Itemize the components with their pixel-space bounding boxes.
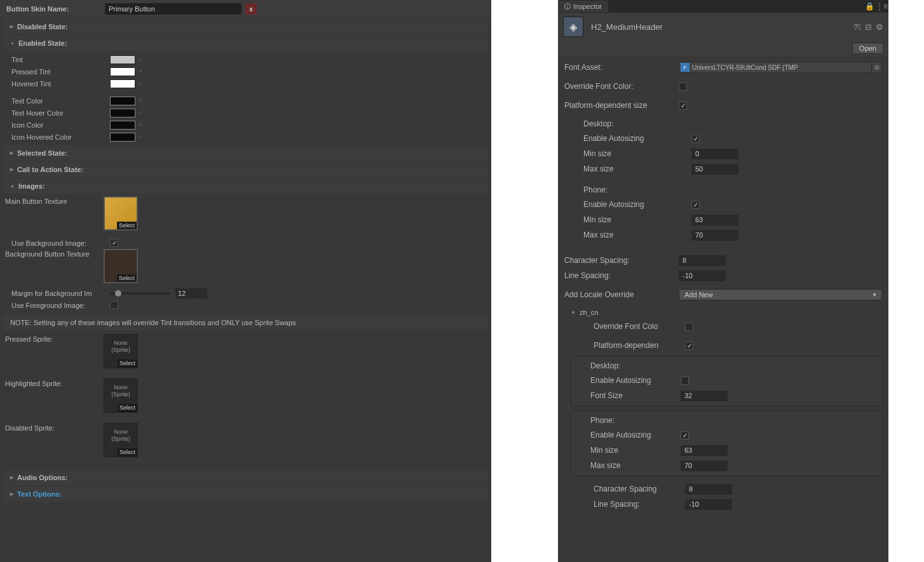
enabled-state-header[interactable]: Enabled State:: [4, 36, 487, 51]
margin-input[interactable]: [175, 288, 207, 298]
pressed-tint-swatch[interactable]: [110, 67, 135, 76]
object-picker-icon[interactable]: ⊙: [872, 62, 882, 73]
phone-max-input[interactable]: [691, 230, 738, 241]
line-spacing-label: Line Spacing:: [564, 271, 679, 280]
use-fg-checkbox[interactable]: [110, 301, 118, 309]
left-editor-panel: Button Skin Name: x Disabled State: Enab…: [0, 0, 491, 562]
enable-autosizing-label: Enable Autosizing: [590, 431, 681, 439]
open-button[interactable]: Open: [852, 43, 883, 54]
desktop-max-input[interactable]: [691, 164, 738, 175]
override-font-color-checkbox[interactable]: [679, 83, 687, 91]
char-spacing-label: Character Spacing: [594, 485, 685, 493]
locale-phone-panel: Phone: Enable Autosizing Min size Max si…: [571, 410, 883, 476]
highlighted-sprite-label: Highlighted Sprite:: [5, 378, 104, 387]
images-body: Main Button Texture Select Use Backgroun…: [0, 195, 491, 312]
disabled-state-header[interactable]: Disabled State:: [4, 19, 487, 34]
use-bg-checkbox[interactable]: [110, 239, 118, 247]
delete-button[interactable]: x: [245, 3, 257, 15]
tint-swatch[interactable]: [110, 55, 135, 64]
max-size-label: Max size: [590, 461, 681, 470]
eyedropper-icon[interactable]: [137, 67, 146, 76]
eyedropper-icon[interactable]: [137, 109, 146, 117]
icon-color-label: Icon Color: [11, 121, 110, 129]
select-button[interactable]: Select: [118, 359, 137, 368]
select-button[interactable]: Select: [118, 404, 137, 412]
desktop-header: Desktop:: [571, 359, 883, 373]
locale-desktop-autosizing-checkbox[interactable]: [681, 377, 689, 385]
override-font-color-label: Override Font Color:: [564, 82, 679, 91]
inspector-body: Font Asset: F UniversLTCYR-59UltCond SDF…: [558, 56, 888, 306]
char-spacing-input[interactable]: [679, 255, 726, 266]
locale-override-color-checkbox[interactable]: [685, 323, 693, 331]
platform-dependent-label: Platform-dependent size: [564, 101, 679, 110]
cube-icon[interactable]: ◈: [563, 17, 583, 37]
font-asset-field[interactable]: F UniversLTCYR-59UltCond SDF (TMP: [679, 62, 872, 73]
platform-dependent-checkbox[interactable]: [679, 102, 687, 110]
desktop-min-input[interactable]: [691, 149, 738, 159]
locale-line-spacing-input[interactable]: [685, 499, 732, 510]
gear-icon[interactable]: ⚙: [876, 22, 883, 32]
max-size-label: Max size: [583, 231, 691, 239]
locale-phone-max-input[interactable]: [681, 460, 728, 471]
note-box: NOTE: Setting any of these images will o…: [4, 315, 487, 330]
eyedropper-icon[interactable]: [137, 97, 146, 105]
help-icon[interactable]: ?⃝: [853, 22, 861, 32]
phone-min-input[interactable]: [691, 215, 738, 225]
char-spacing-label: Character Spacing:: [564, 256, 679, 265]
platform-dependent-label: Platform-dependen: [594, 341, 685, 350]
inspector-tab[interactable]: i Inspector: [558, 1, 608, 12]
line-spacing-input[interactable]: [679, 271, 726, 281]
images-header[interactable]: Images:: [4, 178, 487, 194]
pressed-sprite-field[interactable]: None (Sprite) Select: [104, 334, 138, 368]
text-options-header[interactable]: Text Options:: [4, 486, 487, 502]
eyedropper-icon[interactable]: [137, 79, 146, 88]
disabled-sprite-field[interactable]: None (Sprite) Select: [104, 423, 138, 457]
select-button[interactable]: Select: [118, 448, 137, 457]
none-text: None: [114, 429, 128, 435]
select-button[interactable]: Select: [117, 222, 137, 229]
bg-texture-label: Background Button Texture: [5, 249, 104, 258]
icon-color-swatch[interactable]: [110, 121, 135, 130]
bg-texture-field[interactable]: Select: [104, 249, 138, 283]
text-color-swatch[interactable]: [110, 97, 135, 105]
selected-state-header[interactable]: Selected State:: [4, 145, 487, 161]
audio-options-header[interactable]: Audio Options:: [4, 470, 487, 485]
font-asset-label: Font Asset:: [564, 63, 679, 72]
text-color-label: Text Color: [11, 97, 110, 105]
pressed-tint-label: Pressed Tint: [11, 68, 110, 76]
locale-char-spacing-input[interactable]: [685, 484, 732, 495]
skin-name-input[interactable]: [105, 3, 241, 15]
locale-phone-min-input[interactable]: [681, 445, 728, 456]
eyedropper-icon[interactable]: [137, 121, 146, 130]
locale-desktop-fontsize-input[interactable]: [681, 391, 728, 401]
min-size-label: Min size: [583, 215, 691, 224]
slider-thumb[interactable]: [115, 290, 121, 297]
select-button[interactable]: Select: [117, 274, 137, 282]
icon-hovered-color-swatch[interactable]: [110, 133, 135, 142]
lock-icon[interactable]: 🔒: [864, 2, 874, 11]
eyedropper-icon[interactable]: [137, 133, 146, 142]
desktop-autosizing-checkbox[interactable]: [691, 135, 700, 143]
menu-icon[interactable]: ⋮≡: [876, 2, 886, 11]
text-hover-color-swatch[interactable]: [110, 109, 135, 117]
main-texture-field[interactable]: Select: [104, 196, 138, 231]
eyedropper-icon[interactable]: [137, 55, 146, 64]
locale-phone-autosizing-checkbox[interactable]: [681, 431, 689, 439]
skin-name-row: Button Skin Name: x: [0, 0, 491, 18]
enable-autosizing-label: Enable Autosizing: [590, 376, 681, 385]
locale-foldout[interactable]: zh_cn: [571, 309, 883, 316]
highlighted-sprite-field[interactable]: None (Sprite) Select: [104, 378, 138, 413]
locale-platform-checkbox[interactable]: [685, 342, 693, 350]
icon-hovered-color-label: Icon Hovered Color: [11, 133, 110, 141]
font-asset-value: UniversLTCYR-59UltCond SDF (TMP: [692, 64, 798, 71]
object-name: H2_MediumHeader: [591, 22, 853, 32]
cta-state-header[interactable]: Call to Action State:: [4, 162, 487, 177]
add-locale-dropdown[interactable]: Add New: [679, 289, 882, 300]
inspector-panel: i Inspector 🔒 ⋮≡ ◈ H2_MediumHeader ?⃝ ⊟ …: [558, 0, 888, 562]
inspector-tab-label: Inspector: [573, 3, 602, 10]
margin-slider[interactable]: [110, 292, 170, 295]
sprite-text: (Sprite): [111, 436, 130, 442]
hovered-tint-swatch[interactable]: [110, 79, 135, 88]
preset-icon[interactable]: ⊟: [865, 22, 872, 32]
phone-autosizing-checkbox[interactable]: [691, 201, 700, 209]
